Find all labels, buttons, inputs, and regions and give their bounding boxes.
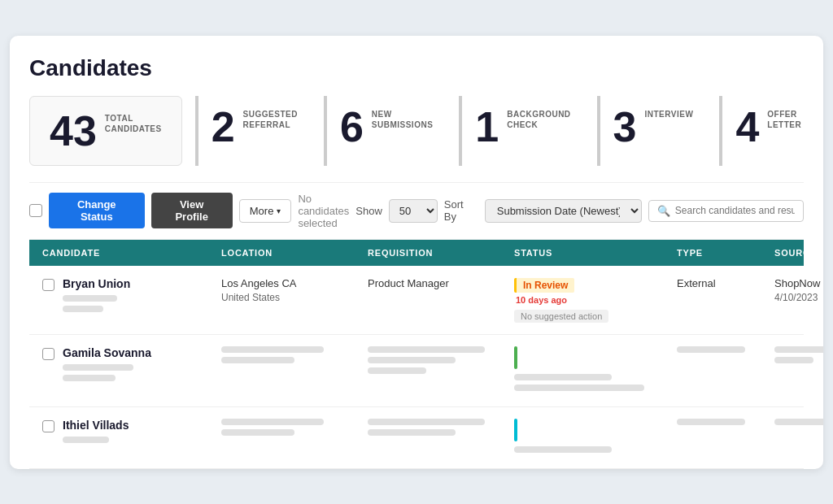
toolbar: Change Status View Profile More No candi… bbox=[29, 182, 804, 240]
stats-bar: 43 TOTAL CANDIDATES 2 SUGGESTED REFERRAL… bbox=[29, 96, 804, 166]
location-subtext-1: United States bbox=[221, 292, 368, 303]
row-checkbox-3[interactable] bbox=[42, 420, 55, 432]
no-candidates-label: No candidates selected bbox=[298, 193, 349, 229]
table-header: CANDIDATE LOCATION REQUISITION STATUS TY… bbox=[29, 240, 804, 266]
status-cell-1: In Review 10 days ago No suggested actio… bbox=[514, 277, 677, 323]
skeleton bbox=[774, 346, 823, 353]
status-action-1: No suggested action bbox=[514, 310, 608, 323]
row-checkbox-1[interactable] bbox=[42, 279, 55, 291]
th-status: STATUS bbox=[514, 248, 677, 258]
show-label: Show bbox=[355, 205, 382, 217]
candidate-cell-2: Gamila Sovanna bbox=[42, 346, 221, 385]
stat-bg-label: BACKGROUND CHECK bbox=[507, 106, 570, 130]
th-source: SOURCE bbox=[774, 248, 823, 258]
stat-total: 43 TOTAL CANDIDATES bbox=[29, 96, 182, 166]
view-profile-button[interactable]: View Profile bbox=[151, 193, 233, 228]
candidate-name-2: Gamila Sovanna bbox=[63, 346, 151, 359]
skeleton bbox=[63, 364, 133, 371]
requisition-cell-3 bbox=[368, 419, 514, 440]
table-body: Bryan Union Los Angeles CA United States… bbox=[29, 266, 804, 469]
table-row: Gamila Sovanna bbox=[29, 335, 804, 407]
stat-background-check: 1 BACKGROUND CHECK bbox=[459, 96, 590, 166]
sort-select[interactable]: Submission Date (Newest) Submission Date… bbox=[485, 199, 642, 223]
type-cell-3 bbox=[677, 419, 774, 429]
skeleton bbox=[774, 357, 813, 363]
th-requisition: REQUISITION bbox=[368, 248, 514, 258]
table-row: Bryan Union Los Angeles CA United States… bbox=[29, 266, 804, 335]
skeleton bbox=[221, 346, 324, 353]
sort-label: Sort By bbox=[444, 198, 478, 223]
change-status-button[interactable]: Change Status bbox=[49, 193, 145, 228]
candidate-cell-3: Ithiel Villads bbox=[42, 419, 221, 447]
stat-bg-number: 1 bbox=[475, 106, 499, 148]
source-date-1: 4/10/2023 bbox=[774, 292, 823, 303]
stat-suggested-number: 2 bbox=[212, 106, 235, 148]
skeleton bbox=[677, 346, 745, 353]
stat-suggested: 2 SUGGESTED REFERRAL bbox=[195, 96, 317, 166]
stat-total-label: TOTAL CANDIDATES bbox=[105, 110, 162, 134]
th-type: TYPE bbox=[677, 248, 774, 258]
stat-interview-number: 3 bbox=[613, 106, 637, 148]
skeleton bbox=[514, 374, 612, 380]
requisition-cell-1: Product Manager bbox=[368, 277, 514, 292]
select-all-checkbox[interactable] bbox=[29, 204, 42, 217]
requisition-text-1: Product Manager bbox=[368, 277, 514, 289]
type-text-1: External bbox=[677, 277, 774, 289]
stat-interview-label: INTERVIEW bbox=[645, 106, 694, 119]
skeleton bbox=[221, 429, 294, 436]
candidate-name-3: Ithiel Villads bbox=[63, 419, 129, 432]
stat-total-number: 43 bbox=[50, 110, 97, 152]
requisition-cell-2 bbox=[368, 346, 514, 378]
candidate-cell-1: Bryan Union bbox=[42, 277, 221, 316]
th-location: LOCATION bbox=[221, 248, 368, 258]
location-cell-2 bbox=[221, 346, 368, 367]
skeleton bbox=[368, 419, 485, 425]
stat-suggested-label: SUGGESTED REFERRAL bbox=[243, 106, 298, 130]
status-days-1: 10 days ago bbox=[514, 295, 677, 305]
skeleton bbox=[677, 419, 745, 425]
skeleton bbox=[514, 446, 612, 453]
th-candidate: CANDIDATE bbox=[42, 248, 221, 258]
status-cell-3 bbox=[514, 419, 677, 457]
candidate-name-1: Bryan Union bbox=[63, 277, 130, 290]
stat-new-label: NEW SUBMISSIONS bbox=[372, 106, 434, 130]
stat-new-number: 6 bbox=[340, 106, 364, 148]
skeleton bbox=[514, 385, 644, 391]
main-card: Candidates 43 TOTAL CANDIDATES 2 SUGGEST… bbox=[10, 36, 823, 469]
location-text-1: Los Angeles CA bbox=[221, 277, 368, 289]
skeleton bbox=[63, 375, 116, 381]
skeleton bbox=[368, 429, 456, 436]
stat-offer-label: OFFER LETTER bbox=[767, 106, 801, 130]
search-box[interactable]: 🔍 bbox=[648, 200, 804, 222]
location-cell-3 bbox=[221, 419, 368, 440]
table-row: Ithiel Villads bbox=[29, 407, 804, 469]
show-select[interactable]: 50 25 100 bbox=[389, 199, 438, 223]
location-cell-1: Los Angeles CA United States bbox=[221, 277, 368, 303]
stat-offer-letter: 4 OFFER LETTER bbox=[719, 96, 821, 166]
status-cell-2 bbox=[514, 346, 677, 395]
search-input[interactable] bbox=[675, 205, 795, 216]
more-button[interactable]: More bbox=[239, 199, 292, 223]
stat-offer-number: 4 bbox=[735, 106, 759, 148]
skeleton bbox=[63, 306, 103, 312]
skeleton bbox=[221, 357, 294, 363]
source-name-1: ShopNow bbox=[774, 277, 823, 289]
skeleton bbox=[63, 437, 109, 443]
skeleton bbox=[368, 346, 485, 353]
search-icon: 🔍 bbox=[657, 205, 670, 217]
status-cyan-bar-3 bbox=[514, 419, 517, 441]
row-checkbox-2[interactable] bbox=[42, 348, 55, 360]
type-cell-2 bbox=[677, 346, 774, 357]
skeleton bbox=[63, 295, 117, 302]
page-title: Candidates bbox=[29, 55, 804, 81]
source-cell-2 bbox=[774, 346, 823, 367]
source-cell-1: ShopNow 4/10/2023 bbox=[774, 277, 823, 303]
stat-interview: 3 INTERVIEW bbox=[597, 96, 713, 166]
stat-new-submissions: 6 NEW SUBMISSIONS bbox=[324, 96, 452, 166]
type-cell-1: External bbox=[677, 277, 774, 292]
status-badge-1: In Review bbox=[514, 278, 574, 293]
source-cell-3 bbox=[774, 419, 823, 429]
skeleton bbox=[368, 357, 456, 363]
status-green-bar-2 bbox=[514, 346, 517, 369]
skeleton bbox=[221, 419, 324, 425]
